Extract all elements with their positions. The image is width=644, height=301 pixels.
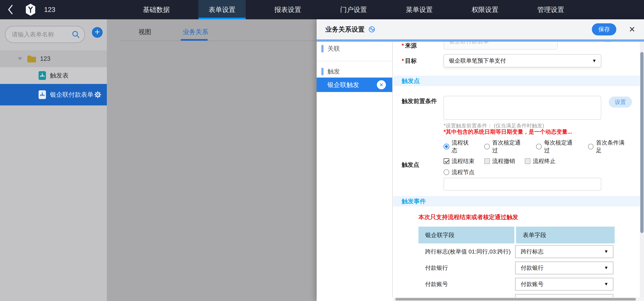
- mapping-select-pay-account[interactable]: 付款账号 ▼: [515, 278, 613, 290]
- radio-first-approval[interactable]: 首次核定通过: [484, 139, 526, 154]
- relation-form-content: *来源 银企联付款表单 *目标 银企联单笔预下单支付 ▼ 触发点: [393, 42, 640, 297]
- radio-first-condition-met[interactable]: 首次条件满足: [588, 139, 630, 154]
- designer-canvas: 视图 业务关系: [107, 19, 317, 301]
- back-icon[interactable]: [7, 4, 14, 15]
- precondition-label: 触发前置条件: [402, 96, 444, 105]
- trigger-event-section-header: 触发事件: [393, 196, 640, 206]
- target-select[interactable]: 银企联单笔预下单支付 ▼: [444, 54, 601, 67]
- checkbox-process-end[interactable]: 流程结束: [444, 157, 474, 165]
- close-icon[interactable]: ✕: [629, 25, 635, 34]
- radio-icon[interactable]: [536, 144, 542, 149]
- radio-icon[interactable]: [588, 144, 594, 149]
- radio-icon[interactable]: [444, 169, 449, 175]
- target-select-value: 银企联单笔预下单支付: [449, 57, 506, 65]
- nav-tab-form-settings[interactable]: 表单设置: [198, 0, 246, 19]
- section-title: 触发点: [402, 77, 420, 85]
- top-nav-tabs: 基础数据 表单设置 报表设置 门户设置 菜单设置 权限设置 管理设置: [133, 0, 593, 19]
- source-input-disabled: 银企联付款表单: [444, 42, 558, 50]
- table-header-row: 银企联字段 表单字段: [418, 227, 615, 243]
- tree-item-bank-payment-form[interactable]: 银企联付款表单: [0, 84, 107, 105]
- precondition-set-button[interactable]: 设置: [609, 97, 632, 108]
- table-row: 付款账号 付款账号 ▼: [418, 276, 615, 292]
- node-radio-row: 流程节点: [444, 168, 640, 176]
- tree-item-trigger-table[interactable]: 触发表: [0, 67, 107, 84]
- tabs-divider: [119, 41, 317, 41]
- form-tree: 123 触发表 银企联付款表单: [0, 50, 107, 105]
- app-logo-icon: [25, 3, 36, 17]
- dropdown-arrow-icon: ▼: [592, 58, 596, 64]
- nav-tab-report-settings[interactable]: 报表设置: [264, 0, 312, 19]
- search-input[interactable]: [12, 31, 72, 38]
- trigger-point-row: 触发点 流程状态 首次核定通过 每次核定通过 首次条件满足 流程结束 流程撤销 …: [393, 139, 640, 191]
- folder-icon: [27, 55, 36, 63]
- subnav-divider: [317, 61, 392, 61]
- subnav-item-label: 关联: [328, 45, 340, 53]
- save-button[interactable]: 保存: [592, 23, 616, 36]
- mapping-select-pay-bank[interactable]: 付款银行 ▼: [515, 261, 613, 274]
- subnav-item-label: 触发: [328, 67, 340, 76]
- nav-tab-menu-settings[interactable]: 菜单设置: [396, 0, 443, 19]
- tab-view[interactable]: 视图: [138, 28, 151, 36]
- subnav-item-label: 银企联触发: [327, 81, 359, 89]
- bank-field-label: 跨行标志(枚举值 01:同行,03:跨行): [418, 248, 515, 255]
- radio-process-node[interactable]: 流程节点: [444, 168, 474, 176]
- nav-tab-portal-settings[interactable]: 门户设置: [330, 0, 377, 19]
- horizontal-scrollbar-thumb[interactable]: [395, 298, 636, 300]
- checkbox-icon[interactable]: [444, 158, 449, 164]
- checkbox-process-terminate[interactable]: 流程终止: [525, 157, 556, 165]
- checkbox-icon[interactable]: [525, 158, 530, 164]
- tab-business-relation[interactable]: 业务关系: [183, 28, 208, 36]
- precondition-textarea[interactable]: [444, 96, 601, 120]
- target-label: *目标: [402, 57, 444, 65]
- picker-grid-icon: [604, 42, 612, 42]
- app-window: 123 基础数据 表单设置 报表设置 门户设置 菜单设置 权限设置 管理设置 +: [0, 0, 644, 301]
- app-name: 123: [44, 0, 55, 19]
- nav-tab-admin-settings[interactable]: 管理设置: [527, 0, 574, 19]
- dropdown-arrow-icon: ▼: [604, 265, 608, 270]
- radio-icon[interactable]: [484, 144, 490, 149]
- checkbox-process-revoke[interactable]: 流程撤销: [484, 157, 515, 165]
- table-row: 付款账户名 付款账户名 ▼: [418, 292, 615, 297]
- item-accent-bar: [321, 45, 324, 53]
- trigger-point-section-header: 触发点: [393, 76, 640, 86]
- target-field-row: *目标 银企联单笔预下单支付 ▼: [393, 54, 640, 67]
- mapping-select-pay-account-name[interactable]: 付款账户名 ▼: [515, 294, 613, 297]
- field-mapping-table: 银企联字段 表单字段 跨行标志(枚举值 01:同行,03:跨行) 跨行标志 ▼ …: [418, 227, 615, 297]
- vertical-scrollbar-thumb[interactable]: [640, 52, 644, 233]
- scroll-top-strip: [317, 40, 644, 42]
- node-input[interactable]: [444, 178, 601, 191]
- radio-every-approval[interactable]: 每次核定通过: [536, 139, 578, 154]
- expander-triangle-icon[interactable]: [18, 57, 22, 60]
- subnav-item-bank-trigger-selected[interactable]: 银企联触发 ✕: [317, 78, 392, 92]
- vertical-scrollbar-track: [640, 42, 644, 297]
- business-relation-drawer: 业务关系设置 保存 ✕ 关联 触发 银企联: [317, 19, 644, 301]
- bank-field-label: 付款银行: [418, 264, 515, 272]
- drawer-body: 关联 触发 银企联触发 ✕ *来源 银企联付款表单: [317, 42, 644, 301]
- subnav-item-association[interactable]: 关联: [317, 44, 392, 53]
- tree-folder-row[interactable]: 123: [0, 50, 107, 67]
- col-header-bank-field: 银企联字段: [418, 227, 514, 243]
- subnav-item-trigger[interactable]: 触发: [317, 67, 392, 76]
- tree-item-label: 触发表: [50, 71, 68, 80]
- nav-tab-basic-data[interactable]: 基础数据: [133, 0, 180, 19]
- status-radio-group: 流程状态 首次核定通过 每次核定通过 首次条件满足: [444, 139, 640, 154]
- checkbox-icon[interactable]: [484, 158, 490, 164]
- add-form-button[interactable]: +: [92, 27, 103, 38]
- radio-icon[interactable]: [444, 144, 449, 149]
- table-row: 付款银行 付款银行 ▼: [418, 260, 615, 276]
- top-navbar: 123 基础数据 表单设置 报表设置 门户设置 菜单设置 权限设置 管理设置: [0, 0, 644, 19]
- mapping-select-crossbank-flag[interactable]: 跨行标志 ▼: [515, 245, 613, 258]
- node-input-row: 设置: [444, 178, 640, 191]
- search-icon[interactable]: [72, 30, 80, 39]
- relation-subnav: 关联 触发 银企联触发 ✕: [317, 42, 393, 297]
- source-label: *来源: [402, 42, 444, 50]
- bank-field-label: 付款账号: [418, 280, 515, 288]
- radio-process-status[interactable]: 流程状态: [444, 139, 474, 154]
- table-row: 跨行标志(枚举值 01:同行,03:跨行) 跨行标志 ▼: [418, 243, 615, 260]
- gear-icon[interactable]: [94, 90, 102, 101]
- form-search-box[interactable]: [5, 26, 85, 43]
- status-checkbox-group: 流程结束 流程撤销 流程终止: [444, 157, 640, 165]
- remove-item-icon[interactable]: ✕: [377, 80, 386, 89]
- nav-tab-permission-settings[interactable]: 权限设置: [461, 0, 509, 19]
- required-mark: *: [402, 57, 404, 64]
